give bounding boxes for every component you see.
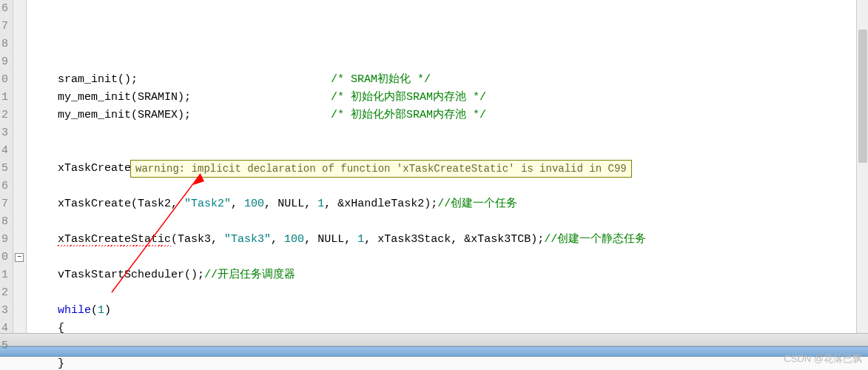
line-number: 2 xyxy=(1,107,8,124)
func-token: my_mem_init(SRAMEX); xyxy=(31,109,191,121)
vertical-scrollbar[interactable] xyxy=(856,0,868,333)
code-token: , &xHandleTask2); xyxy=(324,198,437,210)
line-number: 7 xyxy=(1,195,8,213)
code-token: , xyxy=(304,198,317,210)
code-token: , xyxy=(231,198,244,210)
scroll-thumb[interactable] xyxy=(858,30,867,163)
fold-column[interactable]: − xyxy=(13,0,27,333)
line-number: 9 xyxy=(1,231,8,249)
line-number: 3 xyxy=(1,302,8,320)
code-token xyxy=(138,73,331,86)
line-number: 4 xyxy=(1,320,8,337)
code-token: , xyxy=(271,233,284,246)
code-token: , xTask3Stack, &xTask3TCB); xyxy=(364,233,544,246)
line-number: 8 xyxy=(1,213,8,231)
line-number: 6 xyxy=(1,0,8,18)
code-line[interactable]: sram_init(); /* SRAM初始化 */ xyxy=(31,71,867,89)
comment-token: //创建一个任务 xyxy=(437,198,517,210)
code-token: ( xyxy=(91,304,98,317)
func-token: vTaskStartScheduler(); xyxy=(31,269,204,281)
code-token: (Task3, xyxy=(171,233,224,246)
code-line[interactable] xyxy=(31,178,867,195)
func-token: xTaskCreateStatic xyxy=(58,233,171,246)
code-editor[interactable]: 67890123456789012345 − warning: implicit… xyxy=(0,0,868,333)
code-token: { xyxy=(31,322,64,334)
code-line[interactable] xyxy=(31,284,867,302)
line-number: 1 xyxy=(1,89,8,107)
comment-token: /* 初始化内部SRAM内存池 */ xyxy=(331,91,486,104)
code-line[interactable]: my_mem_init(SRAMEX); /* 初始化外部SRAM内存池 */ xyxy=(31,107,867,124)
code-line[interactable]: { xyxy=(31,320,867,337)
code-content[interactable]: warning: implicit declaration of functio… xyxy=(27,0,867,333)
line-number: 2 xyxy=(1,284,8,302)
number-token: 1 xyxy=(317,198,324,210)
number-token: 1 xyxy=(98,304,104,317)
code-token xyxy=(191,91,331,104)
comment-token: /* 初始化外部SRAM内存池 */ xyxy=(331,109,486,121)
code-line[interactable] xyxy=(31,337,867,355)
code-line[interactable]: xTaskCreate(Task2, "Task2", 100, NULL, 1… xyxy=(31,195,867,213)
line-number-gutter: 67890123456789012345 xyxy=(0,0,13,333)
line-number: 7 xyxy=(1,18,8,36)
code-line[interactable] xyxy=(31,213,867,231)
code-token: , xyxy=(264,198,277,210)
line-number: 5 xyxy=(1,337,8,355)
line-number: 9 xyxy=(1,53,8,71)
code-token xyxy=(31,233,58,246)
code-token: ) xyxy=(104,304,111,317)
func-token: xTaskCreate(Task2, xyxy=(31,198,184,210)
ident-token: NULL xyxy=(277,198,304,210)
code-token: , xyxy=(344,233,357,246)
line-number: 4 xyxy=(1,142,8,160)
code-line[interactable]: while(1) xyxy=(31,302,867,320)
line-number: 0 xyxy=(1,71,8,89)
comment-token: /* SRAM初始化 */ xyxy=(331,73,431,86)
fold-toggle-icon[interactable]: − xyxy=(15,253,24,262)
line-number: 5 xyxy=(1,160,8,178)
warning-tooltip: warning: implicit declaration of functio… xyxy=(130,160,632,178)
line-number: 1 xyxy=(1,266,8,284)
line-number: 6 xyxy=(1,178,8,195)
func-token: sram_init(); xyxy=(31,73,138,86)
line-number: 3 xyxy=(1,124,8,142)
func-token: my_mem_init(SRAMIN); xyxy=(31,91,191,104)
number-token: 1 xyxy=(357,233,364,246)
keyword-token: while xyxy=(58,304,91,317)
code-line[interactable]: my_mem_init(SRAMIN); /* 初始化内部SRAM内存池 */ xyxy=(31,89,867,107)
string-token: "Task2" xyxy=(184,198,231,210)
code-token: , xyxy=(304,233,317,246)
code-line[interactable]: vTaskStartScheduler();//开启任务调度器 xyxy=(31,266,867,284)
code-line[interactable]: xTaskCreateStatic(Task3, "Task3", 100, N… xyxy=(31,231,867,249)
number-token: 100 xyxy=(244,198,264,210)
code-line[interactable] xyxy=(31,142,867,160)
comment-token: //开启任务调度器 xyxy=(204,269,295,281)
comment-token: //创建一个静态任务 xyxy=(544,233,646,246)
code-token: } xyxy=(31,357,64,370)
ident-token: NULL xyxy=(317,233,344,246)
string-token: "Task3" xyxy=(224,233,271,246)
number-token: 100 xyxy=(284,233,304,246)
line-number: 8 xyxy=(1,36,8,53)
code-token xyxy=(191,109,331,121)
code-token xyxy=(31,304,58,317)
code-line[interactable]: } xyxy=(31,355,867,370)
line-number: 0 xyxy=(1,249,8,266)
code-line[interactable] xyxy=(31,249,867,266)
code-line[interactable] xyxy=(31,124,867,142)
